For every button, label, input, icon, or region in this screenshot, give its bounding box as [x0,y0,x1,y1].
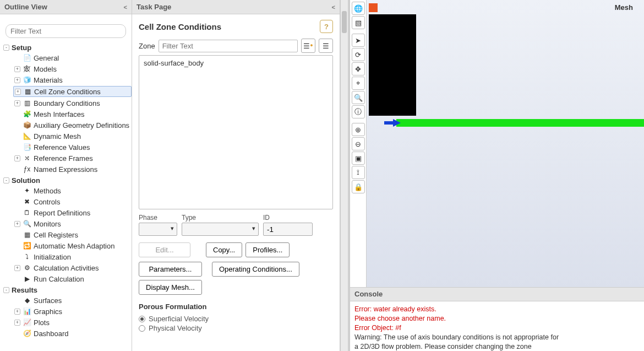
zoom-in-tool[interactable]: ⊕ [352,123,365,136]
zone-item[interactable]: solid-surface_body [141,58,330,68]
tree-item-automesh[interactable]: 🔁Automatic Mesh Adaption [13,241,132,251]
tree-category-results[interactable]: -Results [2,285,132,295]
tree-label: Materials [34,76,63,84]
namedexpr-icon: ƒx [23,165,31,174]
twisty-icon[interactable] [14,210,20,216]
phase-select[interactable] [139,223,177,236]
viewport[interactable]: Mesh [367,0,644,287]
tree-item-methods[interactable]: ✦Methods [13,186,132,196]
profiles-button[interactable]: Profiles... [245,242,290,257]
zone-filter-input[interactable] [159,40,298,52]
info-tool[interactable]: ⓘ [352,105,365,118]
copy-button[interactable]: Copy... [206,242,242,257]
superficial-velocity-radio[interactable]: Superficial Velocity [139,314,333,323]
twisty-icon[interactable]: + [15,89,21,95]
tree-item-materials[interactable]: +🧊Materials [13,75,132,85]
tree-item-dashboard[interactable]: 🧭Dashboard [13,328,132,338]
tree-item-cellreg[interactable]: ▦Cell Registers [13,230,132,240]
list-sort-button[interactable]: ☰ [319,39,333,53]
twisty-icon[interactable] [14,298,20,304]
tree-item-auxgeo[interactable]: 📦Auxiliary Geometry Definitions [13,120,132,130]
tree-item-graphics[interactable]: +📊Graphics [13,306,132,316]
outline-filter-input[interactable] [6,24,126,38]
controls-icon: ✖ [23,197,31,206]
twisty-icon[interactable] [14,122,20,128]
tree-item-controls[interactable]: ✖Controls [13,197,132,207]
tree-item-namedexpr[interactable]: ƒxNamed Expressions [13,164,132,174]
lock-tool[interactable]: 🔒 [352,180,365,193]
tree-item-general[interactable]: 📄General [13,53,132,63]
zoom-tool[interactable]: 🔍 [352,91,365,104]
twisty-icon[interactable]: + [14,77,20,83]
dashboard-icon: 🧭 [23,329,31,338]
tree-item-init[interactable]: ⤵Initialization [13,252,132,262]
task-title: Cell Zone Conditions [139,22,221,31]
tree-item-calcact[interactable]: +⚙Calculation Activities [13,263,132,273]
twisty-icon[interactable]: - [3,177,9,183]
twisty-icon[interactable]: + [14,320,20,326]
cellreg-icon: ▦ [23,230,31,239]
twisty-icon[interactable]: - [3,287,9,293]
task-scrollbar[interactable] [340,0,348,351]
twisty-icon[interactable]: + [14,155,20,161]
rotate-tool[interactable]: ⟳ [352,48,365,61]
tree-category-setup[interactable]: -Setup [2,43,132,52]
twisty-icon[interactable] [14,166,20,172]
box-tool[interactable]: ▧ [352,16,365,29]
tree-item-refval[interactable]: 📑Reference Values [13,142,132,152]
tree-item-boundary[interactable]: +▥Boundary Conditions [13,98,132,108]
tree-item-surfaces[interactable]: ◆Surfaces [13,295,132,305]
tree-item-reportdefs[interactable]: 🗒Report Definitions [13,208,132,218]
zone-list[interactable]: solid-surface_body [139,55,333,209]
parameters-button[interactable]: Parameters... [139,262,202,277]
physical-velocity-radio[interactable]: Physical Velocity [139,323,333,333]
twisty-icon[interactable] [14,133,20,139]
tree-item-runcalc[interactable]: ▶Run Calculation [13,274,132,284]
tree-item-cellzone[interactable]: +▦Cell Zone Conditions [13,86,132,97]
pointer-tool[interactable]: ➤ [352,34,365,47]
tree-item-dynmesh[interactable]: 📐Dynamic Mesh [13,131,132,141]
console-output[interactable]: Error: water already exists.Please choos… [350,301,644,351]
task-page: Task Page < Cell Zone Conditions ? Zone … [132,0,340,351]
zoom-out-tool[interactable]: ⊖ [352,137,365,150]
twisty-icon[interactable] [14,254,20,260]
tree-category-solution[interactable]: -Solution [2,176,132,185]
twisty-icon[interactable] [14,232,20,238]
axes-tool[interactable]: ⟟ [352,166,365,179]
twisty-icon[interactable] [14,331,20,337]
twisty-icon[interactable]: + [14,265,20,271]
twisty-icon[interactable]: - [3,45,9,51]
help-button[interactable]: ? [320,20,333,33]
collapse-chevron-icon[interactable]: < [332,4,335,10]
physical-label: Physical Velocity [149,324,202,332]
tree-item-monitors[interactable]: +🔍Monitors [13,219,132,229]
twisty-icon[interactable]: + [14,66,20,72]
zoom-area-tool[interactable]: ⌖ [352,77,365,90]
twisty-icon[interactable] [14,276,20,282]
tree-item-models[interactable]: +🕸Models [13,64,132,74]
collapse-chevron-icon[interactable]: < [124,4,127,10]
tree-label: Boundary Conditions [34,99,100,107]
twisty-icon[interactable]: + [14,221,20,227]
twisty-icon[interactable] [14,111,20,117]
twisty-icon[interactable] [14,188,20,194]
pan-tool[interactable]: ✥ [352,62,365,75]
type-select[interactable] [182,223,259,236]
twisty-icon[interactable] [14,55,20,61]
outline-title: Outline View [4,3,47,11]
tree-item-refframes[interactable]: +⤭Reference Frames [13,153,132,163]
fit-tool[interactable]: ▣ [352,152,365,165]
tree-item-plots[interactable]: +📈Plots [13,317,132,327]
operating-conditions-button[interactable]: Operating Conditions... [212,262,299,277]
twisty-icon[interactable] [14,144,20,150]
twisty-icon[interactable]: + [14,100,20,106]
twisty-icon[interactable]: + [14,309,20,315]
filter-options-button[interactable]: ☰● [301,39,315,53]
twisty-icon[interactable] [14,243,20,249]
orbit-tool[interactable]: 🌐 [352,2,365,15]
tree-item-meshif[interactable]: 🧩Mesh Interfaces [13,109,132,119]
display-mesh-button[interactable]: Display Mesh... [139,280,202,295]
outline-tree[interactable]: -Setup📄General+🕸Models+🧊Materials+▦Cell … [0,42,132,351]
twisty-icon[interactable] [14,199,20,205]
task-header: Task Page < [132,0,340,14]
